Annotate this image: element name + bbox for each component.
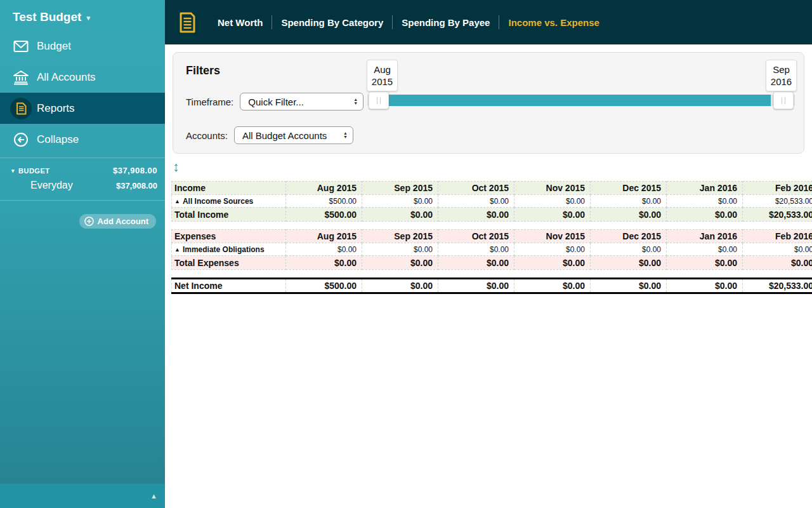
- month-header: Dec 2015: [591, 182, 667, 195]
- timeframe-value: Quick Filter...: [248, 97, 304, 107]
- cell-value: $0.00: [743, 256, 812, 270]
- cell-value: $0.00: [591, 279, 667, 293]
- select-arrows-icon: ▲▼: [343, 131, 348, 139]
- expenses-table: Expenses Aug 2015 Sep 2015 Oct 2015 Nov …: [171, 229, 812, 270]
- plus-circle-icon: [84, 217, 94, 226]
- cell-value: $0.00: [514, 208, 591, 222]
- cell-value: $0.00: [514, 256, 591, 270]
- tab-spending-by-payee[interactable]: Spending By Payee: [393, 17, 499, 28]
- slider-selected-range[interactable]: [389, 95, 771, 106]
- envelope-icon: [10, 36, 32, 57]
- report-document-icon: [10, 98, 32, 119]
- group-balance: $37,908.00: [113, 166, 157, 175]
- sidebar-item-label: Budget: [37, 40, 71, 53]
- budget-switcher[interactable]: Test Budget ▾: [0, 0, 165, 30]
- group-label: BUDGET: [18, 167, 49, 175]
- section-title: Expenses: [172, 230, 286, 243]
- timeframe-label: Timeframe:: [186, 97, 233, 107]
- accounts-value: All Budget Accounts: [242, 130, 327, 141]
- tab-spending-by-category[interactable]: Spending By Category: [272, 17, 392, 28]
- account-name: Everyday: [30, 180, 73, 191]
- income-source-row[interactable]: ▲All Income Sources $500.00 $0.00 $0.00 …: [172, 195, 812, 208]
- sidebar-item-budget[interactable]: Budget: [0, 30, 165, 62]
- sidebar-item-all-accounts[interactable]: All Accounts: [0, 62, 165, 93]
- range-end-year: 2016: [771, 76, 792, 88]
- sidebar-footer-toggle[interactable]: ▲: [0, 484, 165, 508]
- collapse-triangle-icon[interactable]: ▲: [174, 198, 180, 204]
- sidebar: Test Budget ▾ Budget All Accounts Report…: [0, 0, 165, 508]
- cell-value: $0.00: [438, 195, 514, 208]
- tab-net-worth[interactable]: Net Worth: [209, 17, 272, 28]
- range-end-label: Sep 2016: [766, 60, 797, 91]
- income-table: Income Aug 2015 Sep 2015 Oct 2015 Nov 20…: [171, 181, 812, 222]
- cell-value: $0.00: [591, 243, 667, 256]
- cell-value: $20,533.00: [743, 279, 812, 293]
- sidebar-item-collapse[interactable]: Collapse: [0, 124, 165, 155]
- total-label: Total Expenses: [172, 256, 286, 270]
- slider-handle-start[interactable]: Aug 2015: [369, 91, 389, 109]
- expense-category-row[interactable]: ▲Immediate Obligations $0.00 $0.00 $0.00…: [172, 243, 812, 256]
- select-arrows-icon: ▲▼: [353, 98, 358, 105]
- budget-group-header[interactable]: ▾ BUDGET $37,908.00: [0, 161, 165, 177]
- vertical-resize-icon[interactable]: ↕: [173, 159, 180, 175]
- month-header: Dec 2015: [591, 230, 667, 243]
- collapse-triangle-icon[interactable]: ▲: [174, 246, 180, 253]
- sidebar-divider: [0, 157, 165, 158]
- section-title: Income: [172, 182, 286, 195]
- sidebar-divider: [0, 200, 165, 201]
- sidebar-item-label: Reports: [37, 102, 75, 115]
- total-expenses-row: Total Expenses $0.00 $0.00 $0.00 $0.00 $…: [172, 256, 812, 270]
- cell-value: $0.00: [362, 256, 438, 270]
- budget-name: Test Budget: [13, 10, 81, 24]
- account-row-everyday[interactable]: Everyday $37,908.00: [0, 177, 165, 197]
- cell-value: $500.00: [286, 208, 362, 222]
- cell-value: $20,533.00: [743, 195, 812, 208]
- sidebar-item-label: All Accounts: [37, 71, 96, 84]
- month-header: Sep 2015: [362, 230, 438, 243]
- month-header: Feb 2016: [743, 230, 812, 243]
- month-header: Sep 2015: [362, 182, 438, 195]
- cell-value: $0.00: [362, 243, 438, 256]
- cell-value: $0.00: [362, 195, 438, 208]
- month-header: Feb 2016: [743, 182, 812, 195]
- cell-value: $0.00: [438, 279, 514, 293]
- cell-value: $0.00: [591, 208, 667, 222]
- chevron-down-icon: ▾: [86, 14, 90, 22]
- expenses-header-row: Expenses Aug 2015 Sep 2015 Oct 2015 Nov …: [172, 230, 812, 243]
- total-label: Total Income: [172, 208, 286, 222]
- cell-value: $0.00: [286, 256, 362, 270]
- range-start-year: 2015: [372, 76, 393, 88]
- month-header: Jan 2016: [667, 182, 743, 195]
- accounts-select[interactable]: All Budget Accounts ▲▼: [234, 126, 353, 144]
- net-income-row: Net Income $500.00 $0.00 $0.00 $0.00 $0.…: [172, 279, 812, 293]
- add-account-button[interactable]: Add Account: [79, 214, 156, 229]
- chevron-down-icon: ▾: [11, 168, 15, 174]
- income-header-row: Income Aug 2015 Sep 2015 Oct 2015 Nov 20…: [172, 182, 812, 195]
- range-start-month: Aug: [374, 64, 391, 76]
- filters-title: Filters: [186, 64, 220, 77]
- cell-value: $0.00: [362, 208, 438, 222]
- cell-value: $0.00: [438, 208, 514, 222]
- grip-icon: [377, 97, 381, 104]
- add-account-label: Add Account: [98, 217, 148, 226]
- row-label: All Income Sources: [183, 197, 253, 206]
- net-income-table: Net Income $500.00 $0.00 $0.00 $0.00 $0.…: [171, 277, 812, 294]
- account-balance: $37,908.00: [116, 181, 157, 190]
- cell-value: $0.00: [362, 279, 438, 293]
- month-header: Nov 2015: [514, 230, 591, 243]
- collapse-arrow-icon: [10, 129, 32, 150]
- cell-value: $0.00: [514, 243, 591, 256]
- month-header: Oct 2015: [438, 182, 514, 195]
- cell-value: $0.00: [591, 256, 667, 270]
- slider-handle-end[interactable]: Sep 2016: [773, 91, 794, 109]
- cell-value: $0.00: [438, 256, 514, 270]
- net-income-label: Net Income: [172, 279, 286, 293]
- timeframe-select[interactable]: Quick Filter... ▲▼: [240, 93, 363, 110]
- tab-income-vs-expense[interactable]: Income vs. Expense: [499, 17, 608, 28]
- month-header: Aug 2015: [286, 230, 362, 243]
- total-income-row: Total Income $500.00 $0.00 $0.00 $0.00 $…: [172, 208, 812, 222]
- cell-value: $0.00: [667, 279, 743, 293]
- sidebar-item-reports[interactable]: Reports: [0, 93, 165, 124]
- cell-value: $0.00: [438, 243, 514, 256]
- date-range-slider: Aug 2015 Sep 2016: [367, 91, 795, 110]
